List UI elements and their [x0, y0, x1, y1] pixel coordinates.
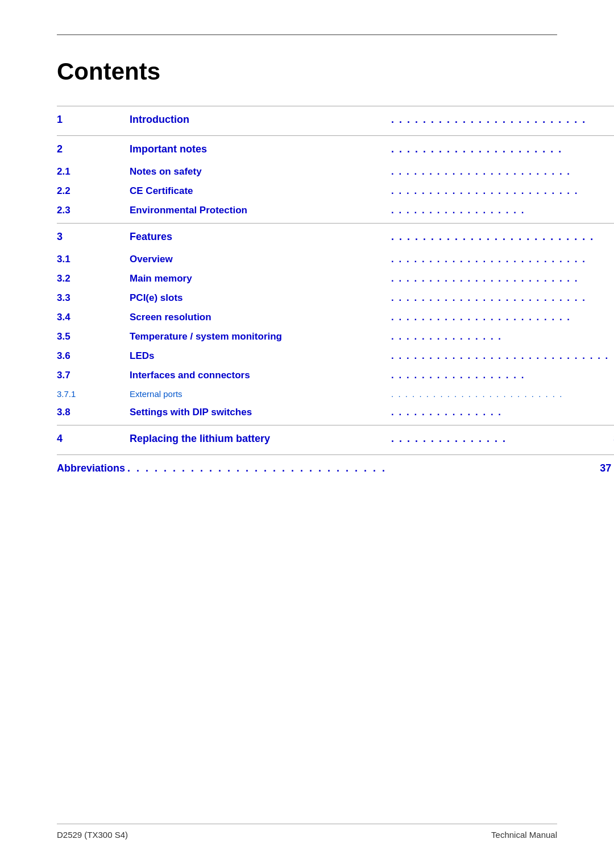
- toc-page: 35: [611, 426, 614, 452]
- toc-page: 10: [611, 181, 614, 201]
- toc-num: 3.4: [57, 308, 125, 327]
- toc-page: 5: [611, 107, 614, 133]
- toc-dots: . . . . . . . . . . . . . . . . . . . . …: [389, 162, 611, 181]
- toc-dots: . . . . . . . . . . . . . . .: [389, 327, 611, 346]
- toc-row-entry-3-3[interactable]: 3.3 PCI(e) slots . . . . . . . . . . . .…: [57, 288, 614, 308]
- toc-num: 3.6: [57, 346, 125, 366]
- toc-num: 3.5: [57, 327, 125, 346]
- toc-num: Abbreviations: [57, 456, 125, 481]
- toc-page: 20: [611, 288, 614, 308]
- toc-page: 7: [611, 162, 614, 181]
- toc-row-entry-1[interactable]: 1 Introduction . . . . . . . . . . . . .…: [57, 107, 614, 133]
- toc-row-entry-2-1[interactable]: 2.1 Notes on safety . . . . . . . . . . …: [57, 162, 614, 181]
- toc-title: Notes on safety: [125, 162, 389, 181]
- toc-page: 7: [611, 137, 614, 162]
- toc-dots: . . . . . . . . . . . . . . . . . . . . …: [389, 385, 611, 403]
- toc-row-entry-3[interactable]: 3 Features . . . . . . . . . . . . . . .…: [57, 224, 614, 250]
- toc-dots: . . . . . . . . . . . . . . . . . . . . …: [389, 308, 611, 327]
- toc-title: LEDs: [125, 346, 389, 366]
- toc-dots: . . . . . . . . . . . . . . . . . . . . …: [389, 137, 611, 162]
- toc-page: 13: [611, 224, 614, 250]
- toc-row-entry-3-7[interactable]: 3.7 Interfaces and connectors . . . . . …: [57, 366, 614, 385]
- toc-num: 3.2: [57, 269, 125, 288]
- toc-page: 25: [611, 346, 614, 366]
- toc-row-entry-3-1[interactable]: 3.1 Overview . . . . . . . . . . . . . .…: [57, 250, 614, 269]
- toc-dots: . . . . . . . . . . . . . . . . . .: [389, 366, 611, 385]
- toc-title: Features: [125, 224, 389, 250]
- toc-dots: . . . . . . . . . . . . . . . . . . . . …: [389, 250, 611, 269]
- toc-title: Main memory: [125, 269, 389, 288]
- toc-row-entry-2-3[interactable]: 2.3 Environmental Protection . . . . . .…: [57, 201, 614, 220]
- toc-num: 2.1: [57, 162, 125, 181]
- toc-page: 11: [611, 201, 614, 220]
- toc-page: 28: [611, 366, 614, 385]
- toc-num: 3: [57, 224, 125, 250]
- toc-num: 2.2: [57, 181, 125, 201]
- footer-left: D2529 (TX300 S4): [57, 830, 128, 840]
- toc-title: Important notes: [125, 137, 389, 162]
- page-title: Contents: [57, 58, 557, 85]
- toc-dots-cell: . . . . . . . . . . . . . . . . . . . . …: [125, 458, 389, 478]
- toc-num: 3.7.1: [57, 385, 125, 403]
- toc-title: Introduction: [125, 107, 389, 133]
- toc-row-entry-3-8[interactable]: 3.8 Settings with DIP switches . . . . .…: [57, 403, 614, 422]
- toc-num: 2.3: [57, 201, 125, 220]
- toc-row-entry-3-6[interactable]: 3.6 LEDs . . . . . . . . . . . . . . . .…: [57, 346, 614, 366]
- toc-title: Screen resolution: [125, 308, 389, 327]
- toc-num: 3.8: [57, 403, 125, 422]
- toc-title: Settings with DIP switches: [125, 403, 389, 422]
- toc-row-entry-3-7-1[interactable]: 3.7.1 External ports . . . . . . . . . .…: [57, 385, 614, 403]
- toc-page: 23: [611, 308, 614, 327]
- toc-page: 23: [611, 327, 614, 346]
- toc-row-entry-2[interactable]: 2 Important notes . . . . . . . . . . . …: [57, 137, 614, 162]
- toc-table: 1 Introduction . . . . . . . . . . . . .…: [57, 106, 614, 481]
- toc-dots: . . . . . . . . . . . . . . . . . . . . …: [389, 181, 611, 201]
- toc-num: 4: [57, 426, 125, 452]
- toc-row-entry-3-2[interactable]: 3.2 Main memory . . . . . . . . . . . . …: [57, 269, 614, 288]
- toc-page: 37: [389, 456, 611, 481]
- toc-dots: . . . . . . . . . . . . . . . . . . . . …: [389, 269, 611, 288]
- footer: D2529 (TX300 S4) Technical Manual: [57, 824, 557, 840]
- toc-title: Environmental Protection: [125, 201, 389, 220]
- toc-dots: . . . . . . . . . . . . . . . . . . . . …: [389, 288, 611, 308]
- top-border: [57, 34, 557, 35]
- toc-page: 13: [611, 250, 614, 269]
- toc-dots: . . . . . . . . . . . . . . . . . . . . …: [389, 224, 611, 250]
- toc-dots: . . . . . . . . . . . . . . . . . . . . …: [389, 107, 611, 133]
- toc-num: 2: [57, 137, 125, 162]
- toc-dots: . . . . . . . . . . . . . . . . . .: [389, 201, 611, 220]
- toc-dots: . . . . . . . . . . . . . . .: [389, 426, 611, 452]
- page: Contents 1 Introduction . . . . . . . . …: [0, 0, 614, 868]
- toc-row-entry-3-4[interactable]: 3.4 Screen resolution . . . . . . . . . …: [57, 308, 614, 327]
- toc-title: Replacing the lithium battery: [125, 426, 389, 452]
- toc-row-entry-abbr[interactable]: Abbreviations . . . . . . . . . . . . . …: [57, 456, 614, 481]
- toc-num: 1: [57, 107, 125, 133]
- footer-center: Technical Manual: [491, 830, 557, 840]
- toc-row-entry-4[interactable]: 4 Replacing the lithium battery . . . . …: [57, 426, 614, 452]
- toc-title: Interfaces and connectors: [125, 366, 389, 385]
- toc-num: 3.3: [57, 288, 125, 308]
- toc-dots: . . . . . . . . . . . . . . . . . . . . …: [389, 346, 611, 366]
- toc-title: External ports: [125, 385, 389, 403]
- toc-row-entry-3-5[interactable]: 3.5 Temperature / system monitoring . . …: [57, 327, 614, 346]
- toc-dots: . . . . . . . . . . . . . . .: [389, 403, 611, 422]
- toc-title: CE Certificate: [125, 181, 389, 201]
- toc-page: 32: [611, 403, 614, 422]
- toc-page: 30: [611, 385, 614, 403]
- toc-title: Overview: [125, 250, 389, 269]
- toc-row-entry-2-2[interactable]: 2.2 CE Certificate . . . . . . . . . . .…: [57, 181, 614, 201]
- toc-num: 3.7: [57, 366, 125, 385]
- toc-title: Temperature / system monitoring: [125, 327, 389, 346]
- toc-num: 3.1: [57, 250, 125, 269]
- toc-page: 17: [611, 269, 614, 288]
- toc-title: PCI(e) slots: [125, 288, 389, 308]
